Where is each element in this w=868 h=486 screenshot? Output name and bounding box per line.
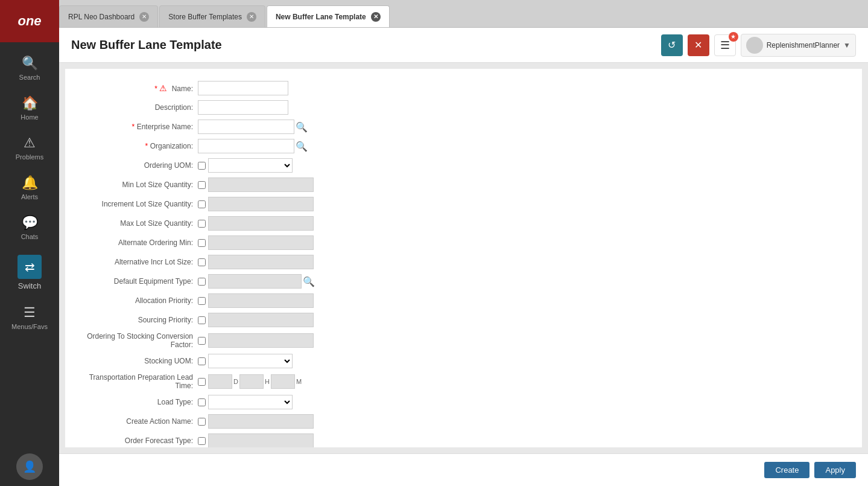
input-description[interactable] [198,100,288,115]
transport-days-label: D [233,378,238,385]
transport-input-group: D H M [208,374,302,389]
page-title: New Buffer Lane Template [71,38,661,52]
checkbox-load-type[interactable] [198,398,206,406]
label-allocation-priority: Allocation Priority: [77,296,198,305]
input-name[interactable] [198,81,288,95]
label-max-lot-size: Max Lot Size Quantity: [77,219,198,228]
input-sourcing-priority[interactable] [208,313,314,327]
label-description: Description: [77,103,198,112]
input-organization[interactable] [198,139,294,153]
checkbox-stocking-uom[interactable] [198,357,206,365]
checkbox-transport-lead[interactable] [198,378,206,386]
close-button[interactable]: ✕ [688,34,709,56]
header-actions: ↺ ✕ ☰ ★ ReplenishmentPlanner ▼ [661,34,856,57]
label-increment-lot-size: Increment Lot Size Quantity: [77,200,198,208]
sidebar-item-problems[interactable]: ⚠ Problems [0,128,59,168]
input-alt-ordering-min[interactable] [208,235,314,250]
label-min-lot-size: Min Lot Size Quantity: [77,181,198,189]
input-alt-incr-lot-size[interactable] [208,255,314,269]
refresh-icon: ↺ [668,39,676,51]
page-header: New Buffer Lane Template ↺ ✕ ☰ ★ Repleni… [59,28,868,63]
close-tab-new-buffer-lane[interactable]: ✕ [371,12,381,22]
refresh-button[interactable]: ↺ [661,34,683,56]
select-stocking-uom[interactable] [208,354,293,368]
checkbox-ordering-stocking[interactable] [198,337,206,345]
transport-days-input[interactable] [208,374,232,389]
input-default-equipment[interactable] [208,274,302,289]
checkbox-alt-ordering-min[interactable] [198,239,206,247]
select-ordering-uom[interactable] [208,158,293,173]
input-enterprise-name[interactable] [198,120,294,134]
close-tab-store-buffer[interactable]: ✕ [247,12,256,22]
label-sourcing-priority: Sourcing Priority: [77,316,198,324]
label-alt-incr-lot-size: Alternative Incr Lot Size: [77,258,198,266]
checkbox-default-equipment[interactable] [198,278,206,286]
input-allocation-priority[interactable] [208,293,314,308]
form-row-max-lot-size: Max Lot Size Quantity: [77,216,850,231]
label-load-type: Load Type: [77,398,198,406]
input-increment-lot-size[interactable] [208,197,314,211]
search-enterprise-button[interactable]: 🔍 [294,120,309,134]
sidebar-item-menus[interactable]: ☰ Menus/Favs [0,298,59,337]
input-min-lot-size[interactable] [208,177,314,192]
close-tab-rpl-neo[interactable]: ✕ [139,12,149,22]
form-row-description: Description: [77,100,850,115]
sidebar-nav: 🔍 Search 🏠 Home ⚠ Problems 🔔 Alerts 💬 Ch… [0,42,59,453]
form-row-organization: Organization: 🔍 [77,139,850,153]
close-icon: ✕ [694,39,702,51]
transport-minutes-input[interactable] [271,374,295,389]
label-create-action-name: Create Action Name: [77,417,198,426]
transport-minutes-label: M [296,378,302,385]
sidebar-item-label: Alerts [21,193,38,200]
checkbox-create-action-name[interactable] [198,418,206,426]
select-load-type[interactable] [208,395,293,409]
form-row-increment-lot-size: Increment Lot Size Quantity: [77,197,850,211]
sidebar-item-switch[interactable]: ⇄ Switch [0,248,59,298]
checkbox-min-lot-size[interactable] [198,181,206,189]
apply-button[interactable]: Apply [814,462,856,478]
transport-hours-input[interactable] [239,374,264,389]
chat-icon: 💬 [22,215,38,231]
bell-icon: 🔔 [22,175,38,191]
input-ordering-stocking[interactable] [208,333,314,348]
form-row-sourcing-priority: Sourcing Priority: [77,313,850,327]
checkbox-increment-lot-size[interactable] [198,200,206,208]
tab-new-buffer-lane[interactable]: New Buffer Lane Template ✕ [267,5,390,27]
user-dropdown[interactable]: ReplenishmentPlanner ▼ [741,34,856,57]
sidebar-item-search[interactable]: 🔍 Search [0,48,59,88]
avatar-icon: 👤 [23,460,36,473]
label-organization: Organization: [77,142,198,150]
form-row-min-lot-size: Min Lot Size Quantity: [77,177,850,192]
checkbox-order-forecast-type[interactable] [198,437,206,445]
tab-label: Store Buffer Templates [168,13,242,21]
sidebar-item-label: Chats [21,233,39,240]
search-organization-button[interactable]: 🔍 [294,139,309,153]
checkbox-ordering-uom[interactable] [198,162,206,170]
input-max-lot-size[interactable] [208,216,314,231]
input-create-action-name[interactable] [208,414,314,429]
create-button[interactable]: Create [764,462,809,478]
app-logo[interactable]: one [0,0,59,42]
notification-area: ☰ ★ [714,34,736,56]
tab-label: New Buffer Lane Template [276,13,366,21]
form-container: ⚠ Name: Description: Enterprise Name: 🔍 … [65,69,862,447]
search-equipment-button[interactable]: 🔍 [302,274,316,289]
switch-icon: ⇄ [17,255,42,279]
logo-text: one [17,13,41,29]
checkbox-alt-incr-lot-size[interactable] [198,258,206,266]
form-row-name: ⚠ Name: [77,81,850,95]
checkbox-sourcing-priority[interactable] [198,316,206,324]
checkbox-allocation-priority[interactable] [198,297,206,305]
avatar[interactable]: 👤 [16,453,43,480]
tab-store-buffer[interactable]: Store Buffer Templates ✕ [159,5,265,27]
input-order-forecast-type[interactable] [208,433,314,447]
sidebar-item-alerts[interactable]: 🔔 Alerts [0,168,59,208]
checkbox-max-lot-size[interactable] [198,220,206,228]
form-row-ordering-stocking: Ordering To Stocking Conversion Factor: [77,332,850,349]
sidebar-item-home[interactable]: 🏠 Home [0,88,59,128]
main-content: RPL Neo Dashboard ✕ Store Buffer Templat… [59,0,868,486]
menu-icon: ☰ [720,39,730,52]
tab-rpl-neo[interactable]: RPL Neo Dashboard ✕ [59,5,158,27]
form-row-allocation-priority: Allocation Priority: [77,293,850,308]
sidebar-item-chats[interactable]: 💬 Chats [0,208,59,248]
